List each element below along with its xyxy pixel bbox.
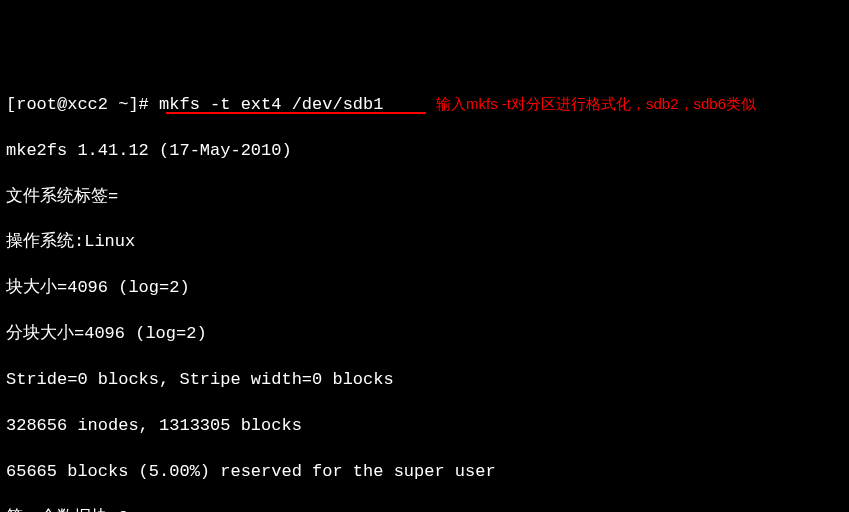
shell-prompt: [root@xcc2 ~]#	[6, 95, 159, 114]
output-line: 328656 inodes, 1313305 blocks	[6, 415, 843, 438]
output-line: 块大小=4096 (log=2)	[6, 277, 843, 300]
output-line: 65665 blocks (5.00%) reserved for the su…	[6, 461, 843, 484]
output-line: 操作系统:Linux	[6, 231, 843, 254]
output-line: mke2fs 1.41.12 (17-May-2010)	[6, 140, 843, 163]
output-line: 分块大小=4096 (log=2)	[6, 323, 843, 346]
annotation-text: 输入mkfs -t对分区进行格式化，sdb2，sdb6类似	[436, 94, 756, 114]
output-line: 第一个数据块=0	[6, 507, 843, 512]
prompt-line[interactable]: [root@xcc2 ~]# mkfs -t ext4 /dev/sdb1输入m…	[6, 94, 843, 117]
output-line: 文件系统标签=	[6, 186, 843, 209]
highlight-underline	[166, 112, 426, 114]
output-line: Stride=0 blocks, Stripe width=0 blocks	[6, 369, 843, 392]
